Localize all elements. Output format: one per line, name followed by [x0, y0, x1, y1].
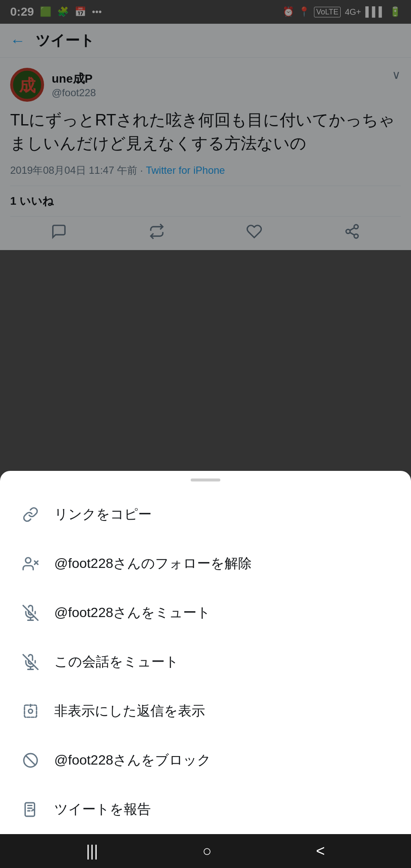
- svg-point-17: [28, 709, 33, 713]
- svg-point-7: [25, 558, 31, 563]
- block-icon: [20, 750, 41, 771]
- copy-link-label: リンクをコピー: [54, 505, 152, 524]
- back-nav-button[interactable]: <: [306, 838, 335, 864]
- mute-user-icon: [20, 603, 41, 623]
- unfollow-label: @foot228さんのフォローを解除: [54, 554, 252, 573]
- mute-user-label: @foot228さんをミュート: [54, 604, 211, 622]
- bottom-sheet: リンクをコピー @foot228さんのフォローを解除: [0, 471, 411, 868]
- home-button[interactable]: ○: [192, 838, 222, 864]
- copy-link-item[interactable]: リンクをコピー: [0, 490, 411, 539]
- block-label: @foot228さんをブロック: [54, 751, 211, 770]
- unfollow-icon: [20, 554, 41, 574]
- hidden-replies-icon: [20, 701, 41, 721]
- report-item[interactable]: ツイートを報告: [0, 785, 411, 834]
- report-icon: [20, 799, 41, 820]
- report-label: ツイートを報告: [54, 800, 151, 819]
- recent-apps-button[interactable]: |||: [76, 838, 108, 864]
- show-hidden-label: 非表示にした返信を表示: [54, 702, 205, 721]
- link-icon: [20, 504, 41, 525]
- mute-convo-item[interactable]: この会話をミュート: [0, 637, 411, 687]
- mute-convo-label: この会話をミュート: [54, 653, 179, 671]
- block-item[interactable]: @foot228さんをブロック: [0, 736, 411, 785]
- sheet-handle: [191, 479, 220, 481]
- mute-user-item[interactable]: @foot228さんをミュート: [0, 588, 411, 637]
- show-hidden-item[interactable]: 非表示にした返信を表示: [0, 687, 411, 736]
- sheet-menu: リンクをコピー @foot228さんのフォローを解除: [0, 486, 411, 834]
- bottom-nav: ||| ○ <: [0, 834, 411, 868]
- unfollow-item[interactable]: @foot228さんのフォローを解除: [0, 539, 411, 588]
- svg-line-20: [26, 756, 35, 765]
- mute-convo-icon: [20, 652, 41, 672]
